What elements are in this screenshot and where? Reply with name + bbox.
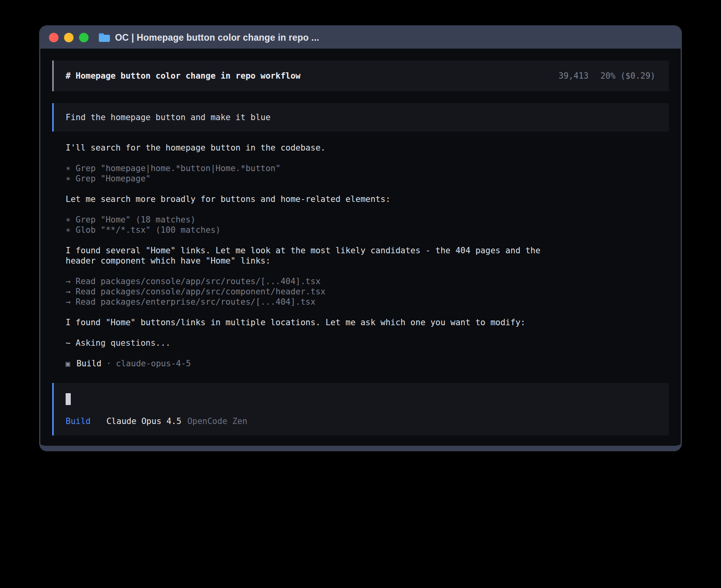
close-button[interactable] [49, 33, 59, 42]
agent-badge: ▣ Build · claude-opus-4-5 [66, 358, 568, 369]
esc-hint: esc interrupt [143, 448, 208, 451]
prompt-input-panel[interactable]: Build Claude Opus 4.5 OpenCode Zen [52, 383, 669, 435]
esc-label: interrupt [163, 448, 208, 451]
folder-icon [99, 33, 110, 42]
status-bar: ········ esc interrupt ctrl+t variants t… [52, 445, 669, 451]
window-title: OC | Homepage button color change in rep… [115, 32, 319, 43]
session-meta: 39,413 20% ($0.29) [559, 71, 655, 81]
session-header: # Homepage button color change in repo w… [52, 60, 669, 91]
commands-hint: ctrl+p commands [593, 448, 667, 451]
agent-name: Build [76, 358, 101, 369]
esc-key: esc [143, 448, 159, 451]
agents-label: agents [545, 448, 575, 451]
provider-label: OpenCode Zen [187, 416, 247, 426]
session-title: # Homepage button color change in repo w… [66, 71, 300, 81]
title-group: OC | Homepage button color change in rep… [99, 32, 319, 43]
token-count: 39,413 [559, 71, 589, 81]
tool-call-line: ∗ Glob "**/*.tsx" (100 matches) [66, 225, 568, 235]
user-message-panel: Find the homepage button and make it blu… [52, 103, 669, 132]
file-read-line: → Read packages/console/app/src/routes/[… [66, 276, 568, 286]
minimize-button[interactable] [64, 33, 74, 42]
traffic-lights [49, 33, 89, 42]
commands-label: commands [627, 448, 667, 451]
spinner-dots: ········ [52, 448, 121, 451]
agent-model: claude-opus-4-5 [116, 358, 191, 369]
titlebar[interactable]: OC | Homepage button color change in rep… [40, 26, 681, 49]
variants-key: ctrl+t [433, 448, 463, 451]
tool-call-line: ∗ Grep "Homepage" [66, 173, 568, 184]
tool-call-line: ∗ Grep "homepage|home.*button|Home.*butt… [66, 163, 568, 173]
variants-label: variants [468, 448, 508, 451]
model-label: Claude Opus 4.5 [106, 416, 181, 426]
file-read-line: → Read packages/enterprise/src/routes/[.… [66, 297, 568, 307]
zoom-button[interactable] [79, 33, 89, 42]
text-cursor[interactable] [66, 393, 71, 405]
mode-label: Build [66, 416, 91, 426]
tool-call-line: ∗ Grep "Home" (18 matches) [66, 215, 568, 225]
transcript: I'll search for the homepage button in t… [52, 132, 669, 369]
file-read-line: → Read packages/console/app/src/componen… [66, 286, 568, 297]
variants-hint: ctrl+t variants [433, 448, 508, 451]
terminal-content: # Homepage button color change in repo w… [40, 49, 681, 446]
assistant-text-line: I found "Home" buttons/links in multiple… [66, 317, 568, 328]
commands-key: ctrl+p [593, 448, 623, 451]
agents-key: tab [525, 448, 540, 451]
user-message-text: Find the homepage button and make it blu… [66, 113, 270, 122]
prompt-meta: Build Claude Opus 4.5 OpenCode Zen [66, 416, 657, 426]
assistant-text-line: I'll search for the homepage button in t… [66, 143, 568, 153]
agent-separator: · [106, 358, 111, 369]
terminal-window: OC | Homepage button color change in rep… [39, 25, 682, 451]
context-usage: 20% ($0.29) [600, 71, 655, 81]
assistant-text-line: I found several "Home" links. Let me loo… [66, 245, 568, 266]
activity-status-line: ~ Asking questions... [66, 338, 568, 348]
assistant-text-line: Let me search more broadly for buttons a… [66, 194, 568, 204]
agent-icon: ▣ [66, 358, 70, 369]
agents-hint: tab agents [525, 448, 575, 451]
